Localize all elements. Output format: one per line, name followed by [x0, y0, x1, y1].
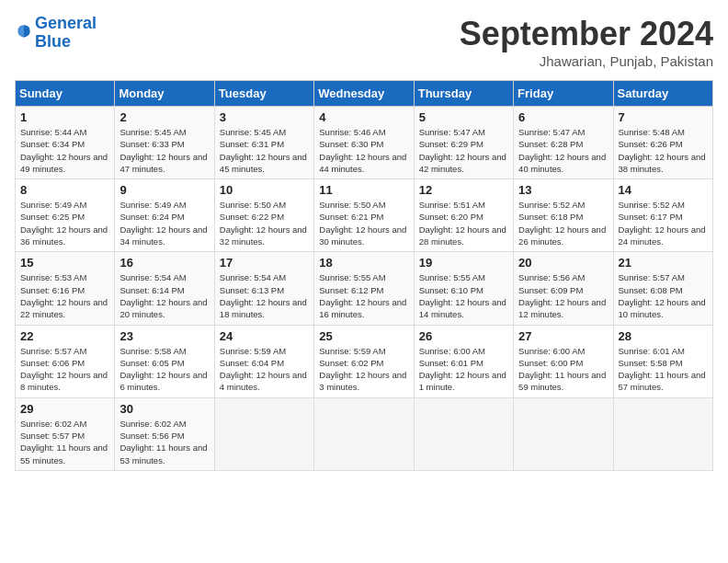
day-number: 5 — [419, 110, 508, 124]
day-number: 7 — [619, 110, 708, 124]
day-number: 28 — [619, 329, 708, 343]
logo-blue: Blue — [35, 32, 71, 51]
day-number: 14 — [619, 183, 708, 197]
day-number: 24 — [220, 329, 309, 343]
calendar-cell-2-2: 9 Sunrise: 5:49 AM Sunset: 6:24 PM Dayli… — [115, 179, 214, 252]
day-number: 19 — [419, 256, 508, 270]
weekday-header-row: Sunday Monday Tuesday Wednesday Thursday… — [16, 81, 713, 107]
calendar-cell-5-1: 29 Sunrise: 6:02 AM Sunset: 5:57 PM Dayl… — [16, 397, 115, 470]
day-number: 8 — [20, 183, 109, 197]
header-monday: Monday — [115, 81, 214, 107]
day-info: Sunrise: 5:57 AM Sunset: 6:06 PM Dayligh… — [20, 345, 109, 394]
month-title: September 2024 — [460, 15, 713, 53]
title-area: September 2024 Jhawarian, Punjab, Pakist… — [460, 15, 713, 69]
calendar-cell-4-6: 27 Sunrise: 6:00 AM Sunset: 6:00 PM Dayl… — [514, 325, 613, 397]
day-info: Sunrise: 5:55 AM Sunset: 6:10 PM Dayligh… — [419, 271, 508, 320]
calendar-cell-4-4: 25 Sunrise: 5:59 AM Sunset: 6:02 PM Dayl… — [314, 325, 414, 397]
calendar-cell-1-4: 4 Sunrise: 5:46 AM Sunset: 6:30 PM Dayli… — [314, 107, 414, 179]
calendar-cell-3-1: 15 Sunrise: 5:53 AM Sunset: 6:16 PM Dayl… — [16, 252, 115, 325]
calendar-cell-3-5: 19 Sunrise: 5:55 AM Sunset: 6:10 PM Dayl… — [414, 252, 513, 325]
day-number: 11 — [319, 183, 408, 197]
calendar-cell-2-5: 12 Sunrise: 5:51 AM Sunset: 6:20 PM Dayl… — [414, 179, 513, 252]
calendar-cell-2-4: 11 Sunrise: 5:50 AM Sunset: 6:21 PM Dayl… — [314, 179, 414, 252]
calendar-week-row-4: 22 Sunrise: 5:57 AM Sunset: 6:06 PM Dayl… — [16, 325, 713, 397]
day-number: 17 — [220, 256, 309, 270]
day-info: Sunrise: 5:59 AM Sunset: 6:02 PM Dayligh… — [319, 345, 408, 394]
day-number: 15 — [20, 256, 109, 270]
header-thursday: Thursday — [414, 81, 513, 107]
day-number: 22 — [20, 329, 109, 343]
day-number: 18 — [319, 256, 408, 270]
day-info: Sunrise: 5:57 AM Sunset: 6:08 PM Dayligh… — [619, 271, 708, 320]
calendar-week-row-1: 1 Sunrise: 5:44 AM Sunset: 6:34 PM Dayli… — [16, 107, 713, 179]
calendar-cell-3-6: 20 Sunrise: 5:56 AM Sunset: 6:09 PM Dayl… — [514, 252, 613, 325]
calendar-cell-3-2: 16 Sunrise: 5:54 AM Sunset: 6:14 PM Dayl… — [115, 252, 214, 325]
header-wednesday: Wednesday — [314, 81, 414, 107]
day-number: 6 — [518, 110, 608, 124]
day-number: 1 — [20, 110, 109, 124]
calendar-cell-3-4: 18 Sunrise: 5:55 AM Sunset: 6:12 PM Dayl… — [314, 252, 414, 325]
calendar-cell-4-1: 22 Sunrise: 5:57 AM Sunset: 6:06 PM Dayl… — [16, 325, 115, 397]
day-number: 3 — [220, 110, 309, 124]
calendar-cell-5-6 — [514, 397, 613, 470]
location-subtitle: Jhawarian, Punjab, Pakistan — [460, 53, 713, 69]
header-sunday: Sunday — [16, 81, 115, 107]
day-number: 2 — [119, 110, 209, 124]
day-number: 9 — [119, 183, 209, 197]
calendar-cell-5-7 — [613, 397, 712, 470]
day-number: 23 — [119, 329, 209, 343]
day-info: Sunrise: 5:46 AM Sunset: 6:30 PM Dayligh… — [319, 126, 408, 175]
day-info: Sunrise: 5:54 AM Sunset: 6:13 PM Dayligh… — [220, 271, 309, 320]
calendar-cell-1-3: 3 Sunrise: 5:45 AM Sunset: 6:31 PM Dayli… — [214, 107, 313, 179]
logo-icon — [15, 22, 33, 40]
day-number: 13 — [518, 183, 608, 197]
calendar-cell-2-3: 10 Sunrise: 5:50 AM Sunset: 6:22 PM Dayl… — [214, 179, 313, 252]
day-info: Sunrise: 6:00 AM Sunset: 6:01 PM Dayligh… — [419, 345, 508, 394]
day-info: Sunrise: 6:02 AM Sunset: 5:57 PM Dayligh… — [20, 418, 109, 466]
logo-text: General Blue — [35, 15, 97, 52]
calendar-cell-4-5: 26 Sunrise: 6:00 AM Sunset: 6:01 PM Dayl… — [414, 325, 513, 397]
day-number: 21 — [619, 256, 708, 270]
calendar-cell-1-1: 1 Sunrise: 5:44 AM Sunset: 6:34 PM Dayli… — [16, 107, 115, 179]
calendar-cell-1-2: 2 Sunrise: 5:45 AM Sunset: 6:33 PM Dayli… — [115, 107, 214, 179]
day-info: Sunrise: 5:55 AM Sunset: 6:12 PM Dayligh… — [319, 271, 408, 320]
day-number: 20 — [518, 256, 608, 270]
day-info: Sunrise: 6:01 AM Sunset: 5:58 PM Dayligh… — [619, 345, 708, 394]
day-info: Sunrise: 5:47 AM Sunset: 6:29 PM Dayligh… — [419, 126, 508, 175]
calendar-cell-4-3: 24 Sunrise: 5:59 AM Sunset: 6:04 PM Dayl… — [214, 325, 313, 397]
day-number: 12 — [419, 183, 508, 197]
day-info: Sunrise: 5:51 AM Sunset: 6:20 PM Dayligh… — [419, 199, 508, 247]
calendar-cell-5-4 — [314, 397, 414, 470]
day-info: Sunrise: 5:56 AM Sunset: 6:09 PM Dayligh… — [518, 271, 608, 320]
page-header: General Blue September 2024 Jhawarian, P… — [15, 15, 713, 69]
calendar-cell-3-3: 17 Sunrise: 5:54 AM Sunset: 6:13 PM Dayl… — [214, 252, 313, 325]
day-info: Sunrise: 5:44 AM Sunset: 6:34 PM Dayligh… — [20, 126, 109, 175]
day-info: Sunrise: 5:45 AM Sunset: 6:31 PM Dayligh… — [220, 126, 309, 175]
day-number: 30 — [119, 402, 209, 416]
calendar-cell-5-5 — [414, 397, 513, 470]
calendar-cell-1-7: 7 Sunrise: 5:48 AM Sunset: 6:26 PM Dayli… — [613, 107, 712, 179]
header-saturday: Saturday — [613, 81, 712, 107]
day-number: 16 — [119, 256, 209, 270]
day-info: Sunrise: 6:02 AM Sunset: 5:56 PM Dayligh… — [119, 418, 209, 466]
day-number: 27 — [518, 329, 608, 343]
day-number: 4 — [319, 110, 408, 124]
day-info: Sunrise: 5:47 AM Sunset: 6:28 PM Dayligh… — [518, 126, 608, 175]
calendar-cell-2-1: 8 Sunrise: 5:49 AM Sunset: 6:25 PM Dayli… — [16, 179, 115, 252]
day-number: 26 — [419, 329, 508, 343]
day-info: Sunrise: 5:59 AM Sunset: 6:04 PM Dayligh… — [220, 345, 309, 394]
day-number: 29 — [20, 402, 109, 416]
day-info: Sunrise: 5:52 AM Sunset: 6:18 PM Dayligh… — [518, 199, 608, 247]
calendar-cell-3-7: 21 Sunrise: 5:57 AM Sunset: 6:08 PM Dayl… — [613, 252, 712, 325]
day-info: Sunrise: 6:00 AM Sunset: 6:00 PM Dayligh… — [518, 345, 608, 394]
calendar-cell-1-6: 6 Sunrise: 5:47 AM Sunset: 6:28 PM Dayli… — [514, 107, 613, 179]
calendar-cell-2-6: 13 Sunrise: 5:52 AM Sunset: 6:18 PM Dayl… — [514, 179, 613, 252]
day-number: 10 — [220, 183, 309, 197]
logo: General Blue — [15, 15, 97, 52]
calendar-cell-2-7: 14 Sunrise: 5:52 AM Sunset: 6:17 PM Dayl… — [613, 179, 712, 252]
day-info: Sunrise: 5:52 AM Sunset: 6:17 PM Dayligh… — [619, 199, 708, 247]
day-info: Sunrise: 5:45 AM Sunset: 6:33 PM Dayligh… — [119, 126, 209, 175]
header-friday: Friday — [514, 81, 613, 107]
day-number: 25 — [319, 329, 408, 343]
calendar-cell-1-5: 5 Sunrise: 5:47 AM Sunset: 6:29 PM Dayli… — [414, 107, 513, 179]
